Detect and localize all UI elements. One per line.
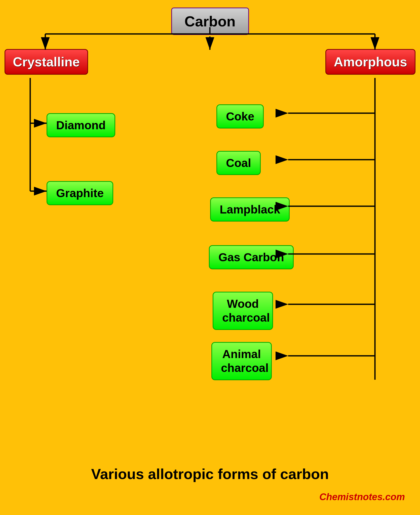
amorphous-node: Amorphous [325, 49, 415, 75]
diamond-node: Diamond [47, 113, 115, 137]
lampblack-node: Lampblack [210, 197, 290, 222]
crystalline-node: Crystalline [5, 49, 88, 75]
wood-charcoal-node: Woodcharcoal [213, 292, 273, 330]
coal-node: Coal [216, 151, 261, 175]
gas-carbon-node: Gas Carbon [209, 245, 294, 269]
footer-title: Various allotropic forms of carbon [91, 465, 329, 482]
coke-node: Coke [216, 104, 264, 128]
graphite-node: Graphite [47, 181, 113, 205]
diagram: Carbon Crystalline Amorphous Diamond Gra… [0, 0, 420, 515]
carbon-node: Carbon [171, 8, 249, 35]
footer-source: Chemistnotes.com [319, 492, 405, 502]
animal-charcoal-node: Animalcharcoal [211, 342, 272, 380]
